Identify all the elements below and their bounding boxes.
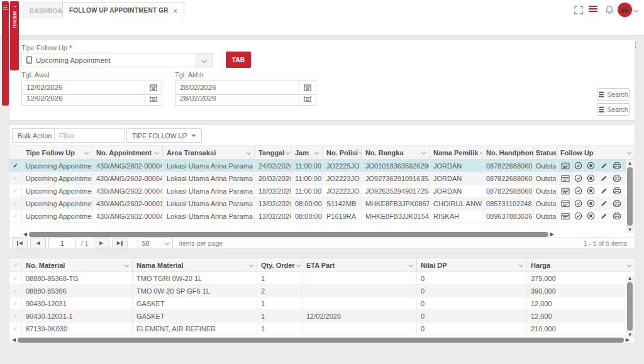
column-menu-icon[interactable] [627,263,631,267]
hamburger-icon[interactable] [589,6,599,16]
column-header-no-handphone[interactable]: No. Handphone [482,146,534,159]
tgl-awal-field-clipped[interactable]: 12/02/2026 [21,96,162,113]
edit-icon[interactable] [599,212,609,221]
row-checkbox[interactable]: ✓ [9,210,22,222]
expand-icon[interactable] [574,5,584,15]
tgl-akhir-input-clipped[interactable]: 28/02/2026 [175,96,299,106]
detail-icon[interactable] [561,212,570,221]
row-checkbox[interactable]: ✓ [9,323,22,334]
scrollbar-thumb[interactable] [18,338,624,343]
column-menu-icon[interactable] [627,150,631,155]
column-header-no-material[interactable]: No. Material [22,258,133,272]
record-circle-icon[interactable] [586,174,596,183]
print-icon[interactable] [612,212,621,221]
scroll-right-icon[interactable]: ▶ [626,336,630,343]
detail-icon[interactable] [561,199,570,208]
tab-follow-up-appointment-gr[interactable]: FOLLOW UP APPOINTMENT GR × [62,2,184,19]
row-checkbox[interactable]: ✓ [9,160,22,172]
chevron-down-icon[interactable] [633,8,638,13]
search-button[interactable]: Search [597,88,630,101]
column-header-jam[interactable]: Jam [291,146,323,159]
print-icon[interactable] [612,162,621,170]
row-checkbox[interactable]: ✓ [9,197,22,209]
column-header-nama-material[interactable]: Nama Material [133,258,257,272]
table-row[interactable]: ✓08880-85368-TGTMO TGRI 0W-20 1L10375,00… [9,272,626,285]
search-button[interactable]: Search [597,103,630,116]
table-row[interactable]: ✓Upcoming Appointment430/ANG/2602-000041… [9,160,626,172]
column-header-status[interactable]: Status [534,146,557,159]
row-checkbox[interactable]: ✓ [9,172,22,184]
table-row[interactable]: ✓Upcoming Appointment430/ANG/2602-000044… [9,185,626,197]
scroll-down-icon[interactable]: ▼ [628,226,633,233]
column-header-eta-part[interactable]: ETA Part [303,258,417,272]
tgl-akhir-input[interactable]: 28/02/2026 [175,80,299,95]
print-icon[interactable] [612,174,621,183]
column-menu-icon[interactable] [421,150,426,155]
tipe-follow-up-select[interactable]: Upcoming Appointment [21,53,213,67]
menu-tab[interactable]: → MENU [10,1,19,70]
table-row[interactable]: ✓87139-0K030ELEMENT, AIR REFINER10210,00… [9,323,626,335]
column-menu-icon[interactable] [519,263,523,267]
column-menu-icon[interactable] [125,263,129,267]
column-menu-icon[interactable] [409,263,413,267]
column-header-no-rangka[interactable]: No. Rangka [362,146,430,159]
check-circle-icon[interactable] [574,212,583,221]
row-checkbox[interactable]: ✓ [9,310,22,322]
detail-icon[interactable] [561,187,570,196]
select-dropdown-zone[interactable] [196,53,212,67]
select-all-checkbox[interactable] [9,146,22,159]
edit-icon[interactable] [599,199,609,208]
scroll-left-icon[interactable]: ◀ [12,336,16,343]
calendar-icon[interactable] [145,96,162,106]
horizontal-scrollbar[interactable]: ◀ ▶ [12,336,630,343]
tipe-follow-up-filter-button[interactable]: TIPE FOLLOW UP [126,128,202,143]
column-menu-icon[interactable] [249,263,253,267]
row-checkbox[interactable]: ✓ [9,285,22,297]
tgl-akhir-field-clipped[interactable]: 28/02/2026 [175,96,316,113]
prev-page-button[interactable]: ◀ [30,238,46,248]
column-header-no-appointment[interactable]: No. Appointment [92,146,163,159]
scrollbar-thumb[interactable] [29,232,548,237]
table-row[interactable]: ✓Upcoming Appointment430/ANG/2602-000040… [9,210,626,223]
column-header-nama-pemilik[interactable]: Nama Pemilik [430,146,482,159]
table-row[interactable]: ✓90430-12031-1GASKET112/02/2026012,000 [9,310,626,323]
column-header-harga[interactable]: Harga [527,258,635,272]
row-checkbox[interactable]: ✓ [9,297,22,309]
page-number-input[interactable] [48,238,76,248]
calendar-icon[interactable] [299,96,316,106]
record-circle-icon[interactable] [586,187,596,196]
row-checkbox[interactable]: ✓ [9,272,22,284]
vertical-scrollbar[interactable]: ▲ ▼ [626,160,634,233]
calendar-icon[interactable] [299,80,316,95]
scrollbar-thumb[interactable] [627,167,633,226]
edit-icon[interactable] [599,187,609,196]
table-row[interactable]: ✓90430-12031GASKET1012,000 [9,297,626,310]
column-header-qty-order[interactable]: Qty. Order [257,258,303,272]
print-icon[interactable] [612,187,621,196]
detail-icon[interactable] [561,162,570,170]
column-menu-icon[interactable] [155,150,159,155]
detail-icon[interactable] [561,174,570,183]
row-checkbox[interactable]: ✓ [9,185,22,197]
bell-icon[interactable] [604,5,614,15]
close-icon[interactable]: × [174,7,178,14]
print-icon[interactable] [612,199,621,208]
record-circle-icon[interactable] [586,162,596,170]
check-circle-icon[interactable] [574,174,583,183]
scroll-up-icon[interactable]: ▲ [628,160,633,167]
column-menu-icon[interactable] [247,150,251,155]
calendar-icon[interactable] [145,80,162,95]
vertical-scrollbar[interactable]: ▲ ▼ [626,275,634,338]
record-circle-icon[interactable] [586,212,596,221]
table-row[interactable]: ✓Upcoming Appointment430/ANG/2602-000042… [9,172,626,185]
record-circle-icon[interactable] [586,199,596,208]
column-header-tanggal[interactable]: Tanggal [255,146,291,159]
column-header-nilai-dp[interactable]: Nilai DP [417,258,527,272]
column-menu-icon[interactable] [296,263,301,267]
page-size-select[interactable]: 50 [138,238,173,248]
column-menu-icon[interactable] [314,150,319,155]
column-header-tipe-follow-up[interactable]: Tipe Follow Up [22,146,92,159]
table-row[interactable]: ✓08880-85366TMO 0W-20 SP GF6 1L20390,000 [9,285,626,297]
edit-icon[interactable] [599,162,609,170]
column-menu-icon[interactable] [286,150,290,155]
